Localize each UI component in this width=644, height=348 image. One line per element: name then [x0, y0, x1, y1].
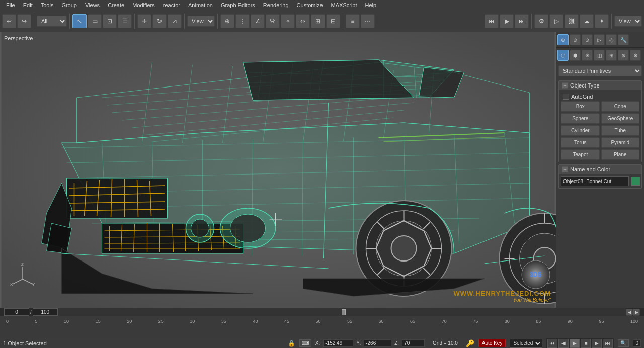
ribbon-button[interactable]: ⋯ — [361, 14, 375, 28]
menu-rendering[interactable]: Rendering — [259, 1, 293, 9]
torus-button[interactable]: Torus — [561, 137, 600, 148]
render-effects-btn[interactable]: ✦ — [595, 14, 609, 28]
geosphere-button[interactable]: GeoSphere — [601, 113, 640, 124]
car-wireframe-svg — [0, 32, 556, 308]
cylinder-button[interactable]: Cylinder — [561, 125, 600, 136]
angle-snap-button[interactable]: ∠ — [251, 14, 265, 28]
z-field[interactable] — [402, 339, 425, 347]
teapot-button[interactable]: Teapot — [561, 149, 600, 160]
primitives-dropdown[interactable]: Standard Primitives — [558, 65, 642, 76]
menu-edit[interactable]: Edit — [19, 1, 37, 9]
menu-tools[interactable]: Tools — [37, 1, 58, 9]
menu-create[interactable]: Create — [104, 1, 128, 9]
autogrid-checkbox[interactable] — [563, 94, 569, 100]
motion-panel-icon[interactable]: ▷ — [594, 34, 605, 45]
modify-panel-icon[interactable]: ⊘ — [570, 34, 581, 45]
array-button[interactable]: ⊞ — [311, 14, 325, 28]
timeline-prev-btn[interactable]: ◀ — [626, 309, 633, 316]
select-button[interactable]: ↖ — [72, 14, 87, 28]
render-btn[interactable]: ▷ — [549, 14, 564, 28]
cameras-icon[interactable]: ◫ — [594, 50, 605, 61]
current-frame-box[interactable]: 0 — [4, 308, 29, 316]
next-key-btn[interactable]: ▶ — [592, 339, 602, 348]
selected-dropdown[interactable]: Selected — [510, 339, 542, 348]
spacewarps-icon[interactable]: ⊛ — [618, 50, 629, 61]
play-btn[interactable]: ▶ — [500, 14, 514, 28]
align-button[interactable]: ⊟ — [326, 14, 340, 28]
helpers-icon[interactable]: ⊞ — [606, 50, 617, 61]
prev-key-btn[interactable]: ◀ — [558, 339, 569, 348]
timeline-handle[interactable] — [342, 309, 346, 315]
pyramid-button[interactable]: Pyramid — [601, 137, 640, 148]
viewport-select[interactable]: View — [614, 16, 642, 27]
select-by-name-button[interactable]: ☰ — [118, 14, 132, 28]
y-field[interactable] — [364, 339, 391, 347]
input-mode-icon[interactable]: ⌨ — [299, 339, 311, 347]
menu-views[interactable]: Views — [81, 1, 104, 9]
menu-help[interactable]: Help — [361, 1, 381, 9]
plane-button[interactable]: Plane — [601, 149, 640, 160]
collapse-name-color[interactable]: − — [562, 166, 568, 172]
next-key-btn[interactable]: ⏭ — [515, 14, 529, 28]
timeline-next-btn[interactable]: ▶ — [633, 309, 640, 316]
zoom-icon[interactable]: 🔍 — [618, 339, 629, 347]
stop-anim-btn[interactable]: ■ — [581, 339, 591, 348]
timeline-track[interactable] — [58, 308, 626, 316]
snap-toggle-button[interactable]: ⋮ — [235, 14, 250, 28]
prev-key-btn[interactable]: ⏮ — [485, 14, 499, 28]
move-button[interactable]: ✛ — [137, 14, 151, 28]
menu-reactor[interactable]: reactor — [159, 1, 184, 9]
systems-icon[interactable]: ⚙ — [630, 50, 641, 61]
lights-icon[interactable]: ☀ — [582, 50, 593, 61]
cone-button[interactable]: Cone — [601, 101, 640, 112]
auto-key-button[interactable]: Auto Key — [478, 339, 506, 347]
render-setup-btn[interactable]: ⚙ — [534, 14, 548, 28]
scale-button[interactable]: ⊿ — [168, 14, 182, 28]
menu-modifiers[interactable]: Modifiers — [128, 1, 159, 9]
display-panel-icon[interactable]: ◎ — [606, 34, 617, 45]
filter-select[interactable]: All — [37, 16, 67, 27]
name-color-header[interactable]: − Name and Color — [559, 165, 641, 174]
timeline-ruler[interactable]: 0 5 10 15 20 25 30 35 40 45 50 55 60 65 … — [0, 316, 644, 326]
create-panel-icon[interactable]: ⊕ — [557, 34, 569, 45]
lock-icon[interactable]: 🔒 — [288, 340, 295, 347]
render-frame-btn[interactable]: 🖼 — [565, 14, 579, 28]
geometry-icon[interactable]: ⬡ — [557, 50, 569, 61]
mirror-button[interactable]: ⇔ — [296, 14, 310, 28]
prev-frame-btn[interactable]: ⏮ — [547, 339, 557, 348]
tube-button[interactable]: Tube — [601, 125, 640, 136]
undo-button[interactable]: ↩ — [2, 14, 16, 28]
x-field[interactable] — [323, 339, 353, 347]
layer-button[interactable]: ≡ — [346, 14, 360, 28]
menu-customize[interactable]: Customize — [293, 1, 327, 9]
menu-group[interactable]: Group — [57, 1, 81, 9]
frame-number-field[interactable]: 0 — [633, 339, 641, 347]
box-button[interactable]: Box — [561, 101, 600, 112]
sphere-button[interactable]: Sphere — [561, 113, 600, 124]
car-viewport-canvas[interactable]: Z X Y — [0, 32, 556, 308]
percent-snap-button[interactable]: % — [266, 14, 280, 28]
rotate-button[interactable]: ↻ — [152, 14, 167, 28]
render-env-btn[interactable]: ☁ — [580, 14, 594, 28]
menu-maxscript[interactable]: MAXScript — [327, 1, 361, 9]
utilities-panel-icon[interactable]: 🔧 — [618, 34, 629, 45]
play-anim-btn[interactable]: ▶ — [570, 339, 580, 348]
select-region-button[interactable]: ▭ — [88, 14, 102, 28]
total-frame-box[interactable]: 100 — [33, 308, 58, 316]
menu-animation[interactable]: Animation — [184, 1, 217, 9]
pivot-button[interactable]: ⊕ — [220, 14, 234, 28]
shapes-icon[interactable]: ⬢ — [570, 50, 581, 61]
object-type-header[interactable]: − Object Type — [559, 81, 641, 90]
redo-button[interactable]: ↪ — [17, 14, 31, 28]
viewport[interactable]: Perspective — [0, 32, 556, 308]
ref-coord-select[interactable]: View — [187, 16, 215, 27]
menu-file[interactable]: File — [2, 1, 19, 9]
menu-graph-editors[interactable]: Graph Editors — [217, 1, 259, 9]
object-name-input[interactable] — [561, 176, 629, 186]
next-frame-btn[interactable]: ⏭ — [603, 339, 613, 348]
hierarchy-panel-icon[interactable]: ⊙ — [582, 34, 593, 45]
collapse-object-type[interactable]: − — [562, 82, 568, 89]
spinner-snap-button[interactable]: ⌖ — [281, 14, 295, 28]
color-swatch[interactable] — [631, 177, 640, 186]
window-crossing-button[interactable]: ⊡ — [103, 14, 117, 28]
